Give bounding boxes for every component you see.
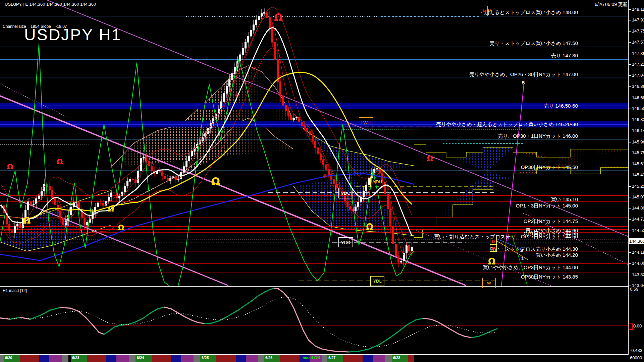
axis-tick bbox=[629, 175, 631, 175]
candle-body bbox=[350, 207, 351, 209]
session-segment bbox=[106, 355, 116, 362]
macd-line bbox=[389, 331, 399, 338]
axis-tick bbox=[629, 164, 631, 164]
candle-body bbox=[52, 190, 53, 198]
candle-body bbox=[285, 105, 287, 111]
price-chart-canvas[interactable]: ΩΩΩΩΩΩΩΩΩΩ◎◎◎◎◎◎ bbox=[0, 0, 644, 362]
level-label-box-ydo: YDO bbox=[338, 188, 353, 198]
macd-line bbox=[471, 337, 478, 338]
candle-body bbox=[17, 224, 18, 226]
candle-body bbox=[325, 165, 327, 170]
candle-body bbox=[269, 17, 271, 27]
macd-pane[interactable] bbox=[0, 288, 629, 352]
date-label: 6/23 bbox=[72, 356, 79, 360]
candle-body bbox=[406, 245, 408, 253]
session-segment bbox=[152, 355, 171, 362]
macd-line bbox=[245, 301, 252, 306]
price-axis-label: 147.040 bbox=[632, 73, 644, 78]
axis-tick bbox=[629, 286, 631, 286]
candle-body bbox=[333, 179, 335, 184]
candle-body bbox=[307, 128, 308, 131]
macd-line bbox=[70, 308, 79, 311]
axis-tick bbox=[629, 120, 631, 120]
candle-body bbox=[9, 224, 10, 231]
ufo-marker-icon: Ω bbox=[366, 222, 373, 232]
order-annotation: OP2日NYカット 144.75 bbox=[524, 218, 578, 225]
price-axis-label: 146.680 bbox=[632, 95, 644, 100]
candle-body bbox=[84, 218, 86, 225]
candle-body bbox=[119, 196, 120, 198]
candle-body bbox=[376, 168, 378, 169]
mt4-chart-window: ΩΩΩΩΩΩΩΩΩΩ◎◎◎◎◎◎ USDJPY,H1 144.360 144.3… bbox=[0, 0, 644, 362]
candle-body bbox=[30, 202, 32, 205]
macd-line bbox=[451, 330, 458, 334]
signal-circle-icon: ◎ bbox=[329, 181, 333, 186]
candle-body bbox=[103, 203, 104, 205]
session-segment bbox=[343, 355, 363, 362]
signal-circle-icon: ◎ bbox=[243, 80, 247, 85]
macd-line bbox=[50, 307, 60, 310]
ufo-marker-icon: Ω bbox=[23, 216, 31, 226]
macd-line bbox=[191, 320, 198, 322]
axis-tick bbox=[629, 64, 631, 65]
candle-body bbox=[323, 160, 324, 165]
ufo-marker-icon: Ω bbox=[108, 205, 114, 213]
macd-line bbox=[231, 310, 238, 314]
macd-line bbox=[205, 323, 211, 323]
candle-body bbox=[411, 247, 413, 251]
order-annotation: OP30日NYカット 145.50 bbox=[521, 164, 578, 171]
candle-body bbox=[363, 191, 365, 197]
axis-tick bbox=[629, 252, 631, 253]
candle-body bbox=[129, 179, 131, 181]
macd-line bbox=[151, 309, 158, 313]
level-label-box-w: W bbox=[482, 278, 496, 288]
macd-line bbox=[10, 317, 20, 319]
session-segment bbox=[129, 355, 136, 362]
macd-line bbox=[109, 327, 114, 331]
price-axis-label: 144.715 bbox=[632, 217, 644, 222]
price-axis-label: 144.000 bbox=[632, 261, 644, 266]
candle-body bbox=[167, 179, 169, 181]
candle-body bbox=[226, 86, 228, 94]
macd-line bbox=[399, 324, 408, 331]
session-segment bbox=[39, 355, 49, 362]
macd-line bbox=[40, 310, 50, 315]
volume-scale-label: 60000 bbox=[630, 355, 642, 360]
macd-on-toggle-label[interactable]: macd ON bbox=[303, 356, 320, 360]
session-segment bbox=[246, 355, 258, 362]
order-annotation: OP1・3日NYカット 145.00 bbox=[516, 202, 578, 209]
ufo-marker-icon: Ω bbox=[7, 163, 13, 171]
macd-scale-zero: 0.00 bbox=[633, 323, 642, 328]
candle-body bbox=[258, 16, 260, 20]
candle-body bbox=[242, 48, 244, 55]
macd-line bbox=[444, 326, 451, 330]
level-label-box-d: D bbox=[490, 238, 497, 245]
price-axis-label: 148.110 bbox=[632, 7, 644, 12]
price-axis-label: 146.145 bbox=[632, 128, 644, 133]
candle-body bbox=[70, 207, 72, 215]
candle-body bbox=[282, 96, 284, 105]
macd-line bbox=[408, 320, 416, 324]
macd-line bbox=[225, 314, 231, 318]
candle-body bbox=[191, 151, 193, 156]
candle-body bbox=[231, 73, 233, 79]
session-segment bbox=[363, 355, 373, 362]
macd-line bbox=[359, 349, 369, 351]
axis-tick bbox=[629, 219, 631, 220]
macd-indicator-label: H1 macd (12) bbox=[3, 288, 27, 293]
price-axis-label: 145.430 bbox=[632, 172, 644, 177]
candle-body bbox=[14, 226, 16, 233]
ufo-marker-icon: Ω bbox=[118, 223, 124, 232]
macd-line bbox=[379, 338, 389, 345]
candle-body bbox=[398, 256, 399, 262]
axis-tick bbox=[629, 208, 631, 208]
axis-tick bbox=[629, 197, 631, 197]
order-annotation: 売り 146.50-60 bbox=[544, 103, 578, 109]
candle-body bbox=[11, 231, 13, 233]
macd-line bbox=[322, 349, 330, 351]
macd-line bbox=[288, 298, 293, 307]
price-axis-label: 147.575 bbox=[632, 40, 644, 45]
price-axis-label: 146.860 bbox=[632, 84, 644, 89]
order-annotation: 買い 145.10 bbox=[551, 196, 578, 203]
session-segment bbox=[373, 355, 385, 362]
